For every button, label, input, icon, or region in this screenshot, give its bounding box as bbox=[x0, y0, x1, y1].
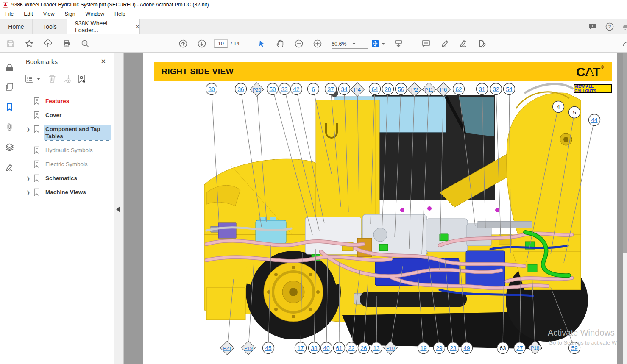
tab-home[interactable]: Home bbox=[0, 19, 32, 34]
callout-62[interactable]: 62 bbox=[453, 83, 465, 95]
fit-page-icon[interactable] bbox=[371, 39, 380, 48]
callout-29[interactable]: 29 bbox=[434, 342, 445, 354]
lock-icon[interactable] bbox=[5, 63, 14, 72]
zoom-out-icon[interactable] bbox=[294, 39, 304, 48]
callout-22[interactable]: 22 bbox=[346, 342, 357, 354]
menu-item-view[interactable]: View bbox=[38, 11, 60, 17]
page-thumbnails-icon[interactable] bbox=[5, 82, 14, 92]
menu-item-file[interactable]: File bbox=[0, 11, 19, 17]
callout-42[interactable]: 42 bbox=[291, 83, 302, 95]
bookmark-item-component-and-tap-tables[interactable]: ❯Component and Tap Tables bbox=[19, 122, 111, 143]
select-tool-icon[interactable] bbox=[257, 39, 266, 48]
callout-p2[interactable]: P2 bbox=[408, 83, 422, 97]
bookmark-item-cover[interactable]: Cover bbox=[19, 108, 111, 122]
svg-text:4: 4 bbox=[557, 104, 560, 110]
panel-collapse-gutter[interactable] bbox=[114, 53, 124, 364]
zoom-level-control[interactable]: 60.6% bbox=[332, 39, 368, 49]
hand-tool-icon[interactable] bbox=[276, 39, 285, 48]
attachments-icon[interactable] bbox=[5, 122, 14, 132]
star-icon[interactable] bbox=[25, 39, 34, 48]
vertical-scrollbar[interactable] bbox=[623, 53, 627, 364]
print-icon[interactable] bbox=[62, 39, 71, 48]
zoom-in-icon[interactable] bbox=[313, 39, 322, 48]
comment-icon[interactable] bbox=[421, 39, 431, 48]
bookmark-options-icon[interactable] bbox=[25, 74, 35, 84]
callout-13[interactable]: 13 bbox=[371, 342, 382, 354]
collapse-panel-icon[interactable] bbox=[116, 206, 120, 212]
callout-p11[interactable]: P11 bbox=[422, 83, 436, 97]
menu-item-sign[interactable]: Sign bbox=[60, 11, 81, 17]
callout-23[interactable]: 23 bbox=[448, 342, 459, 354]
callout-49[interactable]: 49 bbox=[461, 342, 473, 354]
bookmark-item-features[interactable]: Features bbox=[19, 94, 111, 108]
callout-50[interactable]: 50 bbox=[267, 83, 279, 95]
callout-40[interactable]: 40 bbox=[321, 342, 332, 354]
chevron-right-icon[interactable]: ❯ bbox=[26, 189, 32, 196]
callout-20[interactable]: 20 bbox=[382, 83, 394, 95]
edit-pdf-icon[interactable] bbox=[477, 39, 487, 48]
svg-text:29: 29 bbox=[436, 345, 442, 351]
next-page-icon[interactable] bbox=[197, 39, 206, 48]
callout-64[interactable]: 64 bbox=[369, 83, 381, 95]
layers-icon[interactable] bbox=[5, 142, 14, 152]
callout-44[interactable]: 44 bbox=[589, 114, 600, 126]
callout-61[interactable]: 61 bbox=[334, 342, 345, 354]
callout-33[interactable]: 33 bbox=[279, 83, 290, 95]
callout-p4[interactable]: P4 bbox=[351, 83, 365, 97]
bookmark-item-electric-symbols[interactable]: Electric Symbols bbox=[19, 157, 111, 171]
callout-6[interactable]: 6 bbox=[308, 83, 319, 95]
page-number-input[interactable] bbox=[214, 39, 228, 48]
help-icon[interactable]: ? bbox=[605, 22, 614, 31]
callout-32[interactable]: 32 bbox=[490, 83, 502, 95]
callout-45[interactable]: 45 bbox=[263, 342, 274, 354]
more-tools-icon[interactable] bbox=[622, 39, 627, 48]
callout-56[interactable]: 56 bbox=[396, 83, 407, 95]
save-icon[interactable] bbox=[6, 39, 15, 48]
scrollbar-thumb[interactable] bbox=[623, 53, 627, 253]
callout-37[interactable]: 37 bbox=[325, 83, 337, 95]
sign-icon[interactable] bbox=[459, 39, 468, 48]
menu-item-help[interactable]: Help bbox=[109, 11, 131, 17]
feedback-chat-icon[interactable] bbox=[588, 22, 597, 31]
callout-27[interactable]: 27 bbox=[514, 342, 526, 354]
search-icon[interactable] bbox=[81, 39, 90, 48]
callout-30[interactable]: 30 bbox=[206, 83, 217, 95]
menu-item-edit[interactable]: Edit bbox=[19, 11, 38, 17]
bookmark-item-hydraulic-symbols[interactable]: Hydraulic Symbols bbox=[19, 143, 111, 157]
scroll-mode-icon[interactable] bbox=[394, 39, 403, 48]
share-cloud-icon[interactable] bbox=[43, 39, 53, 48]
close-tab-icon[interactable]: ✕ bbox=[135, 24, 139, 30]
highlight-icon[interactable] bbox=[440, 39, 449, 48]
bookmark-item-machine-views[interactable]: ❯Machine Views bbox=[19, 185, 111, 199]
chevron-right-icon[interactable]: ❯ bbox=[26, 175, 32, 182]
callout-34[interactable]: 34 bbox=[339, 83, 350, 95]
close-panel-icon[interactable]: ✕ bbox=[100, 58, 106, 65]
callout-p19[interactable]: P19 bbox=[242, 341, 256, 355]
callout-31[interactable]: 31 bbox=[477, 83, 488, 95]
signatures-panel-icon[interactable] bbox=[5, 163, 14, 172]
new-bookmark-icon[interactable] bbox=[61, 74, 72, 84]
callout-36[interactable]: 36 bbox=[235, 83, 247, 95]
callout-19[interactable]: 19 bbox=[418, 342, 429, 354]
callout-p6[interactable]: P6 bbox=[437, 83, 451, 97]
delete-bookmark-icon[interactable] bbox=[47, 74, 57, 84]
svg-text:P21: P21 bbox=[223, 346, 231, 351]
callout-p20[interactable]: P20 bbox=[250, 83, 264, 97]
callout-p21[interactable]: P21 bbox=[220, 341, 234, 355]
fit-page-caret-icon[interactable] bbox=[381, 39, 386, 48]
previous-page-icon[interactable] bbox=[178, 39, 188, 48]
notification-bell-icon[interactable] bbox=[621, 22, 627, 31]
bookmarks-panel-icon[interactable] bbox=[5, 103, 14, 112]
callout-54[interactable]: 54 bbox=[504, 83, 515, 95]
page-count-label: / 14 bbox=[231, 41, 240, 47]
menu-item-window[interactable]: Window bbox=[81, 11, 109, 17]
bookmark-destination-icon[interactable] bbox=[77, 74, 87, 84]
chevron-right-icon[interactable]: ❯ bbox=[26, 126, 32, 133]
bookmark-item-schematics[interactable]: ❯Schematics bbox=[19, 171, 111, 185]
tab-tools[interactable]: Tools bbox=[32, 19, 67, 34]
callout-17[interactable]: 17 bbox=[295, 342, 307, 354]
bookmark-options-caret-icon[interactable] bbox=[36, 74, 41, 84]
tab-document[interactable]: 938K Wheel Loader... ✕ bbox=[67, 19, 140, 34]
callout-38[interactable]: 38 bbox=[309, 342, 320, 354]
callout-26[interactable]: 26 bbox=[358, 342, 370, 354]
